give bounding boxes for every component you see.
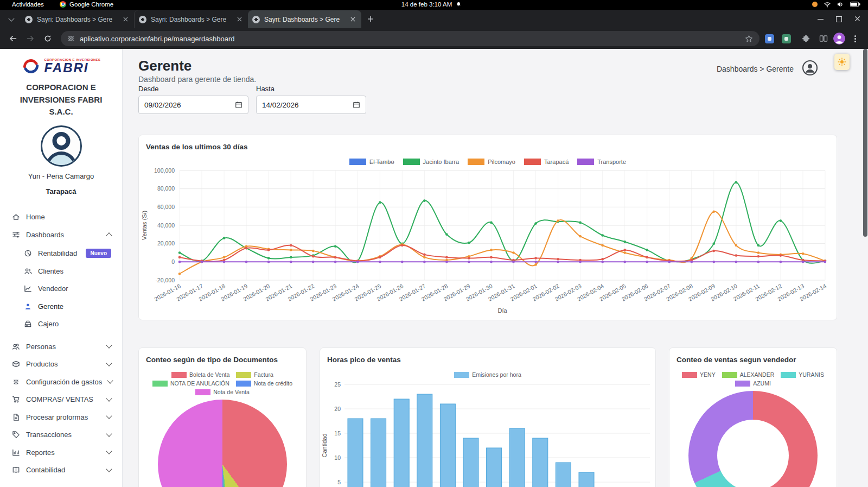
browser-toolbar: aplicativo.corporacionfabri.pe/managerda… [0,28,868,49]
company-name: CORPORACION E INVERSIONES FABRI S.A.C. [8,81,114,118]
tab-close-icon[interactable] [235,15,244,24]
svg-text:-20,000: -20,000 [155,277,175,283]
tab-search-button[interactable] [4,12,18,26]
legend-item-0[interactable]: El Tambo [349,159,394,165]
svg-text:80,000: 80,000 [157,185,175,192]
gears-icon [12,378,20,386]
svg-text:20: 20 [334,406,341,412]
legend-item-2[interactable]: Pilcomayo [468,159,515,165]
browser-tab-3-active[interactable]: Sayri: Dashboards > Gere [248,10,361,28]
page-scrollbar[interactable] [863,49,867,237]
hours-bar-chart[interactable]: 0510152025Cantidad [320,380,656,487]
legend-item-1[interactable]: ALEXANDER [722,371,775,378]
chart-title: Conteo según de tipo de Documentos [146,356,306,364]
bottom-cards-row: Conteo según de tipo de Documentos Bolet… [138,347,837,487]
avatar-head [52,132,70,150]
sidebar-item-configuracion-de-gastos[interactable]: Configuración de gastos [0,373,122,391]
legend-item-0[interactable]: Boleta de Venta [171,371,229,378]
maximize-button[interactable] [836,16,842,22]
date-from-label: Desde [138,85,159,93]
close-window-button[interactable] [854,14,860,24]
back-button[interactable] [5,31,21,46]
fabri-logo: CORPORACION E INVERSIONES FABRI [0,56,122,76]
reload-button[interactable] [40,31,55,46]
user-avatar [41,125,82,167]
browser-tab-2[interactable]: Sayri: Dashboards > Gere [134,10,248,28]
avatar-body [46,151,77,167]
window-controls [818,14,860,24]
forward-button[interactable] [23,31,38,46]
sellers-donut-chart[interactable] [688,391,818,487]
svg-text:10: 10 [334,454,341,461]
sidebar-item-contabilidad[interactable]: Contabilidad [0,461,122,479]
sidebar-item-personas[interactable]: Personas [0,338,122,356]
extensions-puzzle-icon[interactable] [799,31,814,46]
chevron-down-icon [106,466,112,472]
minimize-button[interactable] [818,18,824,20]
legend-item-4[interactable]: Transporte [577,159,626,165]
box-icon [12,360,20,368]
legend-item-1[interactable]: Jacinto Ibarra [403,159,459,165]
sidebar-item-reportes[interactable]: Reportes [0,444,122,461]
sales-chart-legend: El TamboJacinto IbarraPilcomayoTarapacáT… [139,159,837,165]
page-title: Gerente [138,58,192,74]
legend-item-emisiones-por-hora[interactable]: Emisiones por hora [454,371,521,378]
date-from-input[interactable]: 09/02/2026 [138,96,248,114]
legend-item-1[interactable]: Factura [236,371,273,378]
date-to-input[interactable]: 14/02/2026 [256,96,366,114]
chevron-down-icon [106,431,112,437]
chart-title: Ventas de los ultimos 30 días [146,143,837,151]
svg-text:0: 0 [171,258,175,265]
legend-item-4[interactable]: Nota de Venta [195,389,250,395]
split-view-icon[interactable] [816,31,831,46]
new-tab-button[interactable] [363,12,378,26]
legend-item-3[interactable]: Tarapacá [524,159,569,165]
screen: Actividades Google Chrome 14 de feb 3:10… [0,0,868,487]
sales-line-chart[interactable]: -20,000020,00040,00060,00080,000100,0002… [139,166,837,317]
extension-icon-1[interactable] [765,34,774,43]
system-tray[interactable] [812,1,860,8]
sidebar-item-clientes[interactable]: Clientes [0,262,122,280]
sidebar-item-compras-ventas[interactable]: COMPRAS/ VENTAS [0,391,122,409]
legend-item-3[interactable]: AZUMI [735,380,771,387]
browser-profile-avatar[interactable] [833,33,845,45]
sidebar-item-home[interactable]: Home [0,208,122,226]
sidebar-item-procesar-proformas[interactable]: Procesar proformas [0,408,122,426]
browser-menu-icon[interactable] [847,31,863,46]
chevron-down-icon [106,360,112,366]
legend-item-3[interactable]: Nota de crédito [236,380,292,387]
calendar-icon[interactable] [353,101,360,109]
focused-app-indicator[interactable]: Google Chrome [60,1,113,8]
calendar-icon[interactable] [235,101,242,109]
bookmark-star-icon[interactable] [745,35,753,43]
sidebar-item-dashboards[interactable]: Dashboards [0,226,122,244]
page-subtitle: Dashboard para gerente de tienda. [138,75,256,84]
documents-chart-legend: Boleta de VentaFacturaNOTA DE ANULACIÓNN… [139,371,306,395]
breadcrumb: Dashboards > Gerente [717,65,794,73]
tab-close-icon[interactable] [121,15,130,24]
sidebar-item-transacciones[interactable]: Transacciones [0,426,122,444]
browser-tab-1[interactable]: Sayri: Dashboards > Gere [21,10,134,28]
legend-item-2[interactable]: NOTA DE ANULACIÓN [152,380,229,387]
tab-close-icon[interactable] [348,15,357,24]
legend-item-0[interactable]: YENY [682,371,716,378]
profile-menu-button[interactable] [802,60,818,78]
sidebar-item-rentabilidad[interactable]: RentabilidadNuevo [0,245,122,263]
sidebar-item-gerente[interactable]: Gerente [0,298,122,315]
theme-toggle-button[interactable] [834,54,850,70]
person-icon [24,302,32,311]
extension-icon-2[interactable] [782,34,791,43]
svg-text:15: 15 [334,430,341,437]
legend-item-2[interactable]: YURANIS [781,371,824,378]
sidebar-item-productos[interactable]: Productos [0,356,122,374]
address-bar[interactable]: aplicativo.corporacionfabri.pe/managerda… [61,31,760,46]
sidebar-item-cajero[interactable]: Cajero [0,315,122,333]
sidebar-item-vendedor[interactable]: Vendedor [0,280,122,298]
clock[interactable]: 14 de feb 3:10 AM [401,1,462,8]
documents-pie-chart[interactable] [158,400,287,487]
pie-icon [24,249,32,257]
activities-button[interactable]: Actividades [12,1,44,8]
site-info-icon[interactable] [67,35,75,42]
documents-chart-card: Conteo según de tipo de Documentos Bolet… [138,347,307,487]
users-icon [24,267,32,275]
